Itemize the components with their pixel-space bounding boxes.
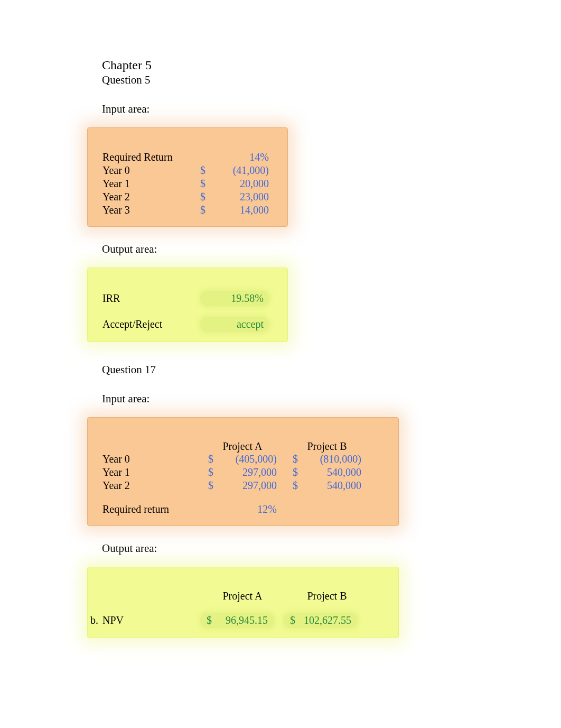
project-b-header: Project B	[285, 590, 369, 602]
npv-project-a-value: $ 96,945.15	[200, 613, 274, 628]
q5-year1-row: Year 1 $ 20,000	[102, 177, 273, 190]
year-value: $ 20,000	[200, 178, 269, 190]
year-label: Year 0	[102, 453, 200, 465]
npv-label: NPV	[102, 614, 200, 626]
question-17-label: Question 17	[102, 363, 489, 376]
year-value: $ 23,000	[200, 191, 269, 203]
required-return-label: Required Return	[102, 151, 200, 163]
document-content: Chapter 5 Question 5 Input area: Require…	[87, 58, 489, 638]
year-label: Year 3	[102, 204, 200, 216]
q17-required-return-row: Required return 12%	[102, 503, 384, 516]
q5-input-panel: Required Return 14% Year 0 $ (41,000) Ye…	[87, 127, 288, 227]
project-a-value: $ 297,000	[200, 466, 285, 478]
year-label: Year 2	[102, 480, 200, 492]
q17-output-panel: Project A Project B b. NPV $ 96,945.15 $…	[87, 567, 399, 638]
decision-label: Accept/Reject	[102, 318, 200, 330]
q17-output-header-row: Project A Project B	[102, 590, 384, 602]
npv-project-b-value: $ 102,627.55	[284, 613, 358, 628]
irr-value: 19.58%	[200, 291, 269, 306]
q5-irr-row: IRR 19.58%	[102, 291, 273, 306]
q17-year2-row: Year 2 $ 297,000 $ 540,000	[102, 479, 384, 492]
project-a-value: $ (405,000)	[200, 453, 285, 465]
year-label: Year 1	[102, 466, 200, 478]
project-a-header: Project A	[200, 440, 285, 453]
q5-decision-row: Accept/Reject accept	[102, 317, 273, 332]
q17-year0-row: Year 0 $ (405,000) $ (810,000)	[102, 453, 384, 466]
q5-required-return-row: Required Return 14%	[102, 151, 273, 164]
q17-npv-row: b. NPV $ 96,945.15 $ 102,627.55	[102, 613, 384, 628]
decision-value: accept	[200, 317, 269, 332]
year-label: Year 1	[102, 178, 200, 190]
q17-input-area-label: Input area:	[102, 392, 489, 406]
question-5-label: Question 5	[102, 73, 489, 87]
q17-input-panel: Project A Project B Year 0 $ (405,000) $…	[87, 417, 399, 526]
chapter-title: Chapter 5	[102, 58, 489, 72]
project-b-value: $ 540,000	[285, 466, 369, 478]
q17-year1-row: Year 1 $ 297,000 $ 540,000	[102, 466, 384, 479]
project-b-header: Project B	[285, 440, 369, 453]
q5-input-area-label: Input area:	[102, 103, 489, 116]
row-bullet: b.	[88, 614, 102, 626]
project-a-value: $ 297,000	[200, 480, 285, 492]
year-label: Year 2	[102, 191, 200, 203]
q17-header-row: Project A Project B	[102, 440, 384, 453]
q5-year3-row: Year 3 $ 14,000	[102, 204, 273, 217]
year-label: Year 0	[102, 164, 200, 177]
q5-output-area-label: Output area:	[102, 243, 489, 256]
project-b-value: $ (810,000)	[285, 453, 369, 465]
year-value: $ 14,000	[200, 204, 269, 216]
project-a-header: Project A	[200, 590, 285, 602]
year-value: $ (41,000)	[200, 164, 269, 177]
required-return-label: Required return	[102, 503, 200, 515]
q17-output-area-label: Output area:	[102, 542, 489, 555]
required-return-value: 14%	[200, 151, 269, 163]
irr-label: IRR	[102, 292, 200, 305]
project-b-value: $ 540,000	[285, 480, 369, 492]
q5-year0-row: Year 0 $ (41,000)	[102, 164, 273, 177]
required-return-value: 12%	[200, 503, 285, 515]
q5-year2-row: Year 2 $ 23,000	[102, 190, 273, 204]
q5-output-panel: IRR 19.58% Accept/Reject accept	[87, 268, 288, 342]
